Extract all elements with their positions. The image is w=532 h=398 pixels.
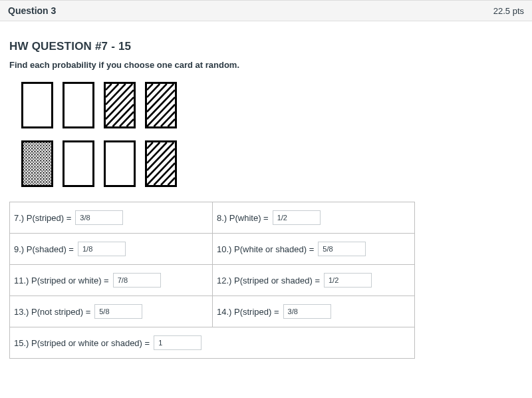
svg-line-22 bbox=[147, 142, 174, 170]
answer-cell-8: 8.) P(white) = bbox=[212, 202, 414, 233]
card-striped bbox=[104, 82, 136, 128]
svg-line-9 bbox=[147, 84, 153, 90]
svg-line-12 bbox=[147, 84, 174, 112]
cards-figure bbox=[21, 82, 523, 187]
answers-table: 7.) P(striped) = 8.) P(white) = 9.) P(sh… bbox=[9, 202, 415, 359]
svg-rect-18 bbox=[23, 142, 51, 185]
answer-label: 8.) P(white) = bbox=[217, 213, 269, 223]
hw-title: HW QUESTION #7 - 15 bbox=[9, 40, 523, 53]
answer-cell-9: 9.) P(shaded) = bbox=[10, 234, 212, 264]
answer-cell-11: 11.) P(striped or white) = bbox=[10, 265, 212, 296]
svg-line-24 bbox=[147, 156, 175, 185]
question-points: 22.5 pts bbox=[493, 6, 524, 16]
answer-label: 12.) P(striped or shaded) = bbox=[217, 276, 320, 286]
card-white bbox=[63, 140, 94, 187]
card-row bbox=[21, 82, 523, 128]
card-striped bbox=[145, 82, 177, 128]
svg-line-26 bbox=[161, 170, 175, 185]
question-header: Question 3 22.5 pts bbox=[0, 0, 532, 21]
svg-line-3 bbox=[106, 84, 132, 112]
svg-line-13 bbox=[147, 90, 175, 119]
answer-input-7[interactable] bbox=[75, 210, 123, 225]
answer-cell-15: 15.) P(striped or white or shaded) = bbox=[10, 327, 414, 358]
answer-cell-10: 10.) P(white or shaded) = bbox=[212, 234, 414, 264]
answer-label: 15.) P(striped or white or shaded) = bbox=[14, 338, 150, 348]
answer-cell-7: 7.) P(striped) = bbox=[10, 202, 212, 233]
answer-input-13[interactable] bbox=[94, 304, 142, 319]
card-white bbox=[21, 82, 53, 128]
svg-line-23 bbox=[147, 148, 175, 178]
svg-line-7 bbox=[120, 112, 134, 126]
card-white bbox=[63, 82, 94, 128]
svg-line-17 bbox=[168, 119, 176, 126]
answer-cell-12: 12.) P(striped or shaded) = bbox=[212, 265, 414, 296]
answer-cell-14: 14.) P(striped) = bbox=[212, 296, 414, 327]
answer-input-8[interactable] bbox=[273, 210, 321, 225]
answer-input-10[interactable] bbox=[318, 242, 366, 256]
svg-line-4 bbox=[106, 90, 134, 119]
instruction-text: Find each probability if you choose one … bbox=[9, 60, 523, 70]
answer-label: 7.) P(striped) = bbox=[14, 213, 71, 223]
svg-line-1 bbox=[106, 84, 118, 97]
answer-input-11[interactable] bbox=[113, 273, 161, 288]
svg-line-27 bbox=[168, 178, 176, 185]
svg-line-0 bbox=[106, 84, 112, 90]
card-row bbox=[21, 140, 523, 187]
answer-label: 14.) P(striped) = bbox=[217, 307, 279, 317]
answer-cell-13: 13.) P(not striped) = bbox=[10, 296, 212, 327]
answer-input-12[interactable] bbox=[324, 273, 372, 288]
answer-label: 13.) P(not striped) = bbox=[14, 307, 90, 317]
answer-input-9[interactable] bbox=[78, 242, 126, 256]
svg-line-14 bbox=[147, 97, 175, 126]
card-white bbox=[104, 140, 136, 187]
svg-line-10 bbox=[147, 84, 160, 97]
answer-label: 10.) P(white or shaded) = bbox=[217, 244, 314, 254]
svg-line-20 bbox=[147, 142, 160, 156]
question-body: HW QUESTION #7 - 15 Find each probabilit… bbox=[0, 21, 532, 372]
answer-input-15[interactable] bbox=[154, 335, 201, 350]
svg-line-5 bbox=[106, 97, 134, 126]
svg-line-19 bbox=[147, 142, 153, 148]
card-striped bbox=[145, 140, 177, 187]
svg-line-16 bbox=[161, 112, 175, 126]
answer-label: 11.) P(striped or white) = bbox=[14, 276, 109, 286]
answer-input-14[interactable] bbox=[283, 304, 331, 319]
svg-line-8 bbox=[127, 119, 134, 126]
answer-label: 9.) P(shaded) = bbox=[14, 244, 74, 254]
question-number: Question 3 bbox=[8, 5, 56, 16]
card-shaded bbox=[21, 140, 53, 187]
